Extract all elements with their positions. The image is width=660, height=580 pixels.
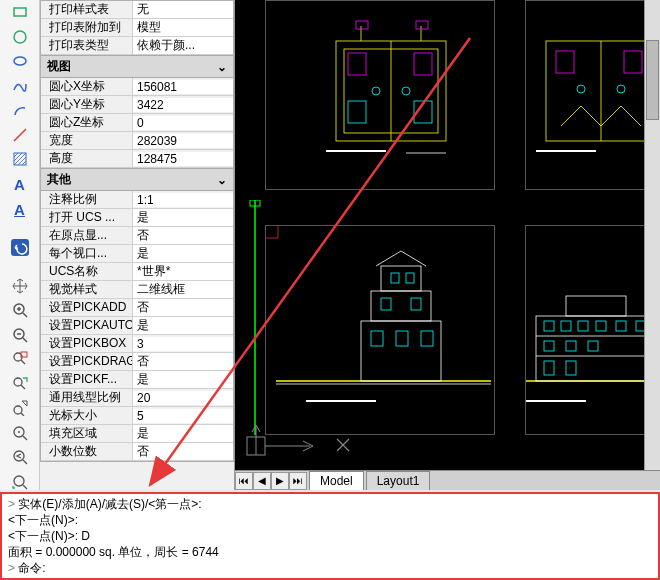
property-value[interactable]: 20	[133, 391, 233, 405]
group-header[interactable]: 其他⌄	[41, 168, 233, 191]
cmd-prompt: 命令:	[18, 561, 45, 575]
property-value[interactable]: 282039	[133, 134, 233, 148]
circle-tool-icon[interactable]	[11, 29, 29, 46]
property-key: 光标大小	[41, 407, 133, 424]
property-row[interactable]: 打开 UCS ...是	[41, 209, 233, 227]
property-value[interactable]: 1:1	[133, 193, 233, 207]
property-value[interactable]: 是	[133, 317, 233, 334]
zoom-in-icon[interactable]	[11, 302, 29, 319]
property-key: 打印样式表	[41, 1, 133, 18]
svg-rect-28	[416, 21, 428, 29]
property-row[interactable]: 高度128475	[41, 150, 233, 168]
property-row[interactable]: 小数位数否	[41, 443, 233, 461]
property-key: 打印表附加到	[41, 19, 133, 36]
property-row[interactable]: 打印表附加到模型	[41, 19, 233, 37]
property-value[interactable]: 3	[133, 337, 233, 351]
property-value[interactable]: 是	[133, 371, 233, 388]
property-value[interactable]: 依赖于颜...	[133, 37, 233, 54]
tab-model[interactable]: Model	[309, 471, 364, 491]
svg-rect-19	[348, 101, 366, 123]
property-row[interactable]: 通用线型比例20	[41, 389, 233, 407]
property-value[interactable]: *世界*	[133, 263, 233, 280]
svg-rect-47	[411, 298, 421, 310]
property-value[interactable]: 无	[133, 1, 233, 18]
property-row[interactable]: 设置PICKF...是	[41, 371, 233, 389]
property-key: 设置PICKBOX	[41, 335, 133, 352]
rect-tool-icon[interactable]	[11, 4, 29, 21]
pan-icon[interactable]	[11, 277, 29, 294]
property-key: 设置PICKADD	[41, 299, 133, 316]
group-header[interactable]: 视图⌄	[41, 55, 233, 78]
property-value[interactable]: 否	[133, 353, 233, 370]
zoom-out-icon[interactable]	[11, 326, 29, 343]
layout-tabs: ⏮ ◀ ▶ ⏭ Model Layout1	[235, 470, 660, 490]
property-value[interactable]: 二维线框	[133, 281, 233, 298]
spline-tool-icon[interactable]	[11, 78, 29, 95]
property-row[interactable]: 圆心X坐标156081	[41, 78, 233, 96]
undo-icon[interactable]	[11, 239, 29, 256]
cmd-line-3: <下一点(N)>: D	[8, 529, 90, 543]
property-value[interactable]: 3422	[133, 98, 233, 112]
property-row[interactable]: 设置PICKADD否	[41, 299, 233, 317]
svg-rect-61	[544, 341, 554, 351]
property-value[interactable]: 否	[133, 443, 233, 460]
text-tool-icon[interactable]: A	[11, 176, 29, 193]
tab-next-icon[interactable]: ▶	[271, 472, 289, 490]
property-row[interactable]: 注释比例1:1	[41, 191, 233, 209]
property-row[interactable]: 打印样式表无	[41, 1, 233, 19]
zoom-realtime-icon[interactable]	[11, 474, 29, 491]
zoom-previous-icon[interactable]	[11, 449, 29, 466]
property-row[interactable]: 设置PICKAUTO是	[41, 317, 233, 335]
property-value[interactable]: 156081	[133, 80, 233, 94]
property-key: 设置PICKAUTO	[41, 317, 133, 334]
property-row[interactable]: 打印表类型依赖于颜...	[41, 37, 233, 55]
property-row[interactable]: 设置PICKDRAG否	[41, 353, 233, 371]
text-style-icon[interactable]: A	[11, 201, 29, 218]
viewport-scrollbar[interactable]	[644, 0, 660, 470]
property-row[interactable]: 填充区域是	[41, 425, 233, 443]
ellipse-tool-icon[interactable]	[11, 53, 29, 70]
tab-first-icon[interactable]: ⏮	[235, 472, 253, 490]
zoom-window-icon[interactable]	[11, 351, 29, 368]
property-value[interactable]: 5	[133, 409, 233, 423]
property-value[interactable]: 0	[133, 116, 233, 130]
zoom-center-icon[interactable]	[11, 424, 29, 441]
property-row[interactable]: 宽度282039	[41, 132, 233, 150]
property-value[interactable]: 否	[133, 299, 233, 316]
hatch-tool-icon[interactable]	[11, 151, 29, 168]
svg-rect-55	[544, 321, 554, 331]
property-row[interactable]: 光标大小5	[41, 407, 233, 425]
property-value[interactable]: 128475	[133, 152, 233, 166]
property-row[interactable]: 圆心Z坐标0	[41, 114, 233, 132]
svg-rect-58	[596, 321, 606, 331]
tab-last-icon[interactable]: ⏭	[289, 472, 307, 490]
arc-tool-icon[interactable]	[11, 102, 29, 119]
property-value[interactable]: 是	[133, 209, 233, 226]
zoom-all-icon[interactable]	[11, 400, 29, 417]
property-row[interactable]: 设置PICKBOX3	[41, 335, 233, 353]
property-row[interactable]: UCS名称*世界*	[41, 263, 233, 281]
property-key: 填充区域	[41, 425, 133, 442]
svg-rect-49	[406, 273, 414, 283]
property-value[interactable]: 是	[133, 425, 233, 442]
property-value[interactable]: 模型	[133, 19, 233, 36]
property-key: 圆心Z坐标	[41, 114, 133, 131]
command-line[interactable]: > 实体(E)/添加(A)/减去(S)/<第一点>: <下一点(N)>: <下一…	[0, 492, 660, 580]
property-key: UCS名称	[41, 263, 133, 280]
property-value[interactable]: 是	[133, 245, 233, 262]
property-row[interactable]: 视觉样式二维线框	[41, 281, 233, 299]
svg-point-8	[14, 378, 22, 386]
property-row[interactable]: 在原点显...否	[41, 227, 233, 245]
tab-layout1[interactable]: Layout1	[366, 471, 431, 491]
drawing-viewport[interactable]: ⏮ ◀ ▶ ⏭ Model Layout1	[235, 0, 660, 490]
svg-point-33	[577, 85, 585, 93]
zoom-extents-icon[interactable]	[11, 375, 29, 392]
collapse-icon: ⌄	[217, 60, 227, 74]
svg-rect-20	[414, 101, 432, 123]
property-value[interactable]: 否	[133, 227, 233, 244]
tab-prev-icon[interactable]: ◀	[253, 472, 271, 490]
line-tool-icon[interactable]	[11, 127, 29, 144]
property-row[interactable]: 每个视口...是	[41, 245, 233, 263]
property-key: 每个视口...	[41, 245, 133, 262]
property-row[interactable]: 圆心Y坐标3422	[41, 96, 233, 114]
